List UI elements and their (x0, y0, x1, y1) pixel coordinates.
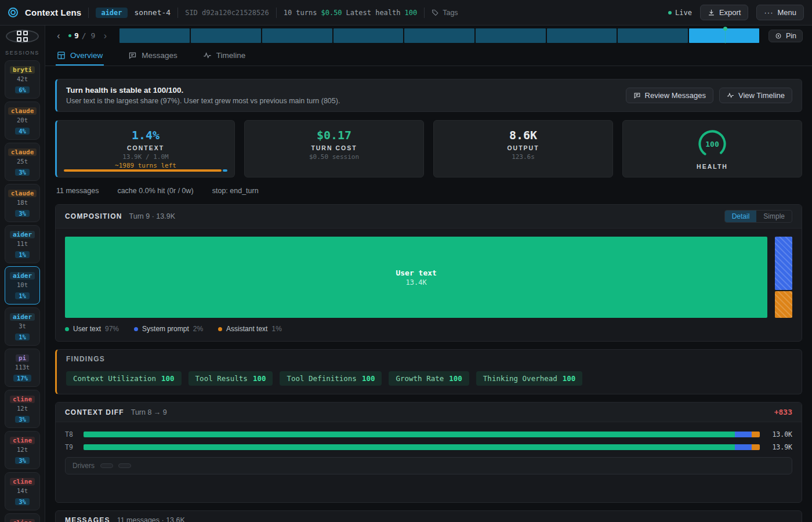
legend-dot-icon (134, 327, 138, 331)
session-context-pct-badge: 3% (15, 169, 30, 176)
tab-messages-label: Messages (142, 51, 177, 60)
export-button[interactable]: Export (700, 5, 749, 20)
session-item[interactable]: claude 18t 3% (5, 184, 40, 222)
findings-pills: Context Utilization 100 Tool Results 100… (57, 364, 802, 394)
session-turn-count: 12t (6, 405, 38, 412)
session-agent-name: aider (10, 313, 35, 321)
diff-row-total: 13.9K (766, 443, 792, 451)
finding-label: Context Utilization (73, 374, 156, 383)
diff-row-total: 13.0K (766, 430, 792, 438)
session-item[interactable]: claude 25t 3% (5, 143, 40, 181)
menu-button[interactable]: ··· Menu (756, 5, 804, 20)
agent-badge[interactable]: aider (96, 8, 127, 18)
toggle-detail[interactable]: Detail (725, 211, 757, 222)
chat-bubble-icon (128, 51, 137, 60)
live-dot-icon (668, 11, 672, 14)
output-label: OUTPUT (441, 144, 606, 151)
sessions-label: SESSIONS (5, 50, 39, 56)
treemap-assistant-text-block[interactable] (775, 291, 792, 318)
finding-pill: Growth Rate 100 (389, 371, 469, 386)
diff-bar-user-segment (84, 444, 735, 450)
turn-navigation: ‹ 9 / 9 › Pin (45, 26, 812, 46)
session-turn-count: 11t (6, 240, 38, 247)
drivers-box: Drivers (65, 457, 792, 474)
latest-health-label: Latest health (346, 9, 401, 17)
composition-section: COMPOSITION Turn 9 · 13.9K Detail Simple… (55, 204, 802, 342)
turn-segment[interactable] (191, 28, 261, 43)
session-item[interactable]: cline 14t 3% (5, 472, 40, 510)
turn-segment[interactable] (547, 28, 617, 43)
turn-cost-label: TURN COST (252, 144, 416, 151)
turn-segment[interactable] (334, 28, 404, 43)
divider (177, 8, 178, 18)
next-turn-button[interactable]: › (100, 31, 110, 41)
legend-dot-icon (65, 327, 69, 331)
session-agent-name: claude (8, 148, 37, 156)
ellipsis-icon: ··· (764, 8, 773, 17)
turn-meta-line: 11 messages cache 0.0% hit (0r / 0w) sto… (56, 187, 801, 195)
session-context-pct-badge: 4% (15, 128, 30, 135)
context-diff-title: CONTEXT DIFF (65, 408, 124, 416)
session-item[interactable]: aider 3t 1% (5, 307, 40, 346)
session-agent-name: cline (10, 519, 35, 522)
session-agent-name: aider (10, 272, 35, 280)
session-item[interactable]: bryti 42t 6% (5, 60, 40, 99)
context-detail: 13.9K / 1.0M (64, 153, 227, 161)
total-turns: / 9 (82, 31, 95, 40)
session-turn-count: 10t (6, 281, 38, 288)
turn-segment[interactable] (618, 28, 688, 43)
session-turn-count: 18t (6, 199, 38, 206)
pin-icon (775, 32, 782, 39)
turn-cost-stat-card: $0.17 TURN COST $0.50 session (244, 120, 424, 177)
session-item[interactable]: pi 113t 17% (5, 349, 40, 387)
overview-grid-icon (57, 51, 66, 60)
prev-turn-button[interactable]: ‹ (53, 31, 64, 41)
context-pct-value: 1.4% (64, 128, 227, 142)
tab-bar: Overview Messages Timeline (45, 46, 812, 66)
treemap-system-prompt-block[interactable] (775, 237, 792, 290)
tab-timeline[interactable]: Timeline (202, 46, 247, 66)
session-item[interactable]: aider 11t 1% (5, 225, 40, 263)
output-value: 8.6K (441, 128, 606, 142)
tags-button[interactable]: Tags (432, 9, 458, 17)
session-turn-count: 25t (6, 158, 38, 165)
session-turn-count: 113t (6, 364, 38, 371)
dashboard-button[interactable] (6, 30, 39, 43)
session-turn-count: 3t (6, 322, 38, 329)
session-list: bryti 42t 6% claude 20t 4% claude 25t 3%… (0, 60, 45, 522)
pin-label: Pin (786, 32, 796, 40)
tab-messages[interactable]: Messages (127, 46, 179, 66)
tab-overview[interactable]: Overview (56, 46, 104, 66)
turn-segment[interactable] (404, 28, 474, 43)
treemap-user-text-block[interactable]: User text 13.4K (65, 237, 767, 318)
context-bar-tail (223, 169, 227, 172)
session-item[interactable]: cline 12t 3% (5, 431, 40, 469)
session-item[interactable]: claude 20t 4% (5, 102, 40, 140)
output-stat-card: 8.6K OUTPUT 123.6s (433, 120, 613, 177)
turn-segment[interactable] (476, 28, 546, 43)
composition-title: COMPOSITION (65, 212, 122, 220)
grid-icon (17, 31, 28, 42)
session-id: SID d92a120c21528526 (185, 9, 269, 17)
finding-label: Tool Definitions (287, 374, 356, 383)
tag-icon (432, 9, 439, 16)
toggle-simple[interactable]: Simple (756, 211, 792, 222)
diff-bar-system-segment (735, 432, 752, 437)
session-item[interactable]: cline 12t 3% (5, 390, 40, 428)
pin-button[interactable]: Pin (768, 30, 803, 42)
review-messages-button[interactable]: Review Messages (626, 88, 714, 103)
session-item[interactable]: aider 10t 1% (5, 266, 40, 304)
session-cost-detail: $0.50 session (252, 153, 416, 161)
messages-subtitle: 11 messages · 13.6K (117, 516, 185, 522)
finding-score: 100 (563, 374, 576, 383)
turn-segment[interactable] (119, 28, 190, 43)
session-context-pct-badge: 3% (15, 210, 30, 217)
context-stat-card: 1.4% CONTEXT 13.9K / 1.0M ~1989 turns le… (55, 120, 235, 177)
messages-section: MESSAGES 11 messages · 13.6K (55, 510, 802, 522)
finding-pill: Thinking Overhead 100 (476, 371, 583, 386)
download-icon (708, 9, 715, 16)
turn-segment[interactable] (262, 28, 332, 43)
session-item[interactable]: cline 5t 3% (5, 513, 40, 522)
view-timeline-button[interactable]: View Timeline (719, 88, 792, 103)
latest-health-value: 100 (405, 9, 418, 17)
